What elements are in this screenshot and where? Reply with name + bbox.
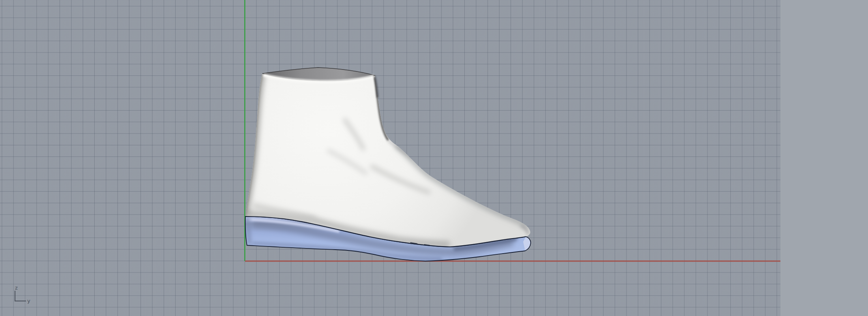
scene-overlay: z y bbox=[0, 0, 868, 316]
axis-indicator: z y bbox=[15, 285, 30, 304]
axis-indicator-lines bbox=[15, 291, 26, 301]
axis-indicator-y-label: y bbox=[27, 298, 30, 304]
cad-3d-viewport[interactable]: z y bbox=[0, 0, 868, 316]
axis-indicator-z-label: z bbox=[15, 285, 18, 291]
boot-model[interactable] bbox=[245, 68, 531, 261]
